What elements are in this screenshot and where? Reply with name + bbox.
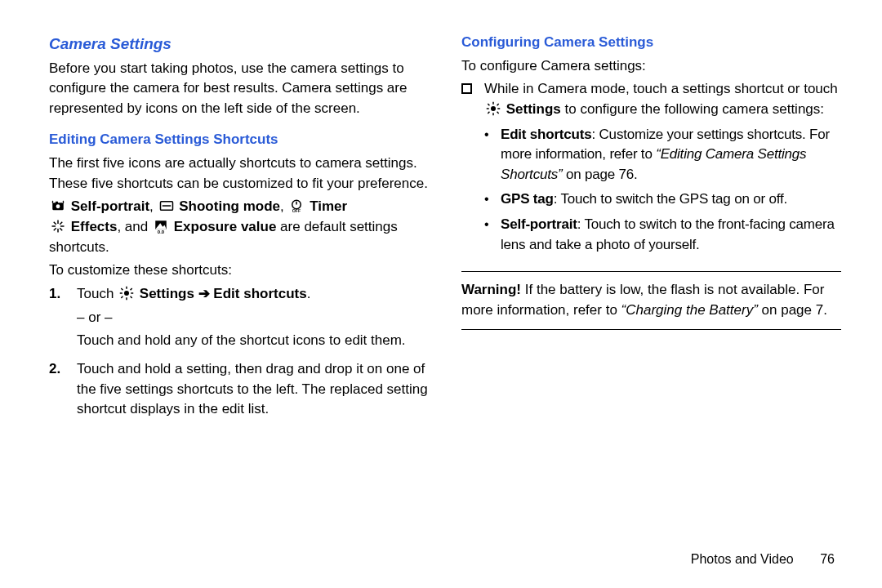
warning-text: on page 7. — [758, 302, 827, 318]
round-bullet-icon — [484, 215, 501, 255]
effects-label: Effects — [71, 219, 118, 234]
svg-rect-26 — [130, 287, 132, 290]
period: . — [307, 286, 311, 301]
item-label: Self-portrait — [501, 216, 577, 232]
right-column: Configuring Camera Settings To configure… — [461, 33, 841, 428]
round-bullet-icon — [484, 125, 501, 185]
svg-rect-36 — [488, 111, 490, 114]
svg-rect-20 — [126, 287, 127, 289]
svg-line-13 — [60, 228, 62, 230]
svg-rect-22 — [120, 292, 122, 294]
steps-list: 1. Touch Settings ➔ Edit shortcuts. – or… — [49, 284, 429, 420]
svg-rect-24 — [121, 287, 123, 290]
shooting-mode-label: Shooting mode — [179, 198, 280, 214]
list-body: While in Camera mode, touch a settings s… — [484, 79, 841, 260]
svg-text:0.0: 0.0 — [158, 229, 165, 234]
step-number: 2. — [49, 359, 77, 420]
intro-paragraph: Before you start taking photos, use the … — [49, 59, 429, 119]
list-body: GPS tag: Touch to switch the GPS tag on … — [501, 189, 787, 210]
svg-rect-31 — [487, 108, 489, 109]
manual-page: Camera Settings Before you start taking … — [0, 0, 882, 588]
settings-label: Settings — [506, 101, 561, 117]
list-item: Self-portrait: Touch to switch to the fr… — [484, 215, 841, 255]
bullet-text: While in Camera mode, touch a settings s… — [484, 81, 838, 96]
sep-text: , — [149, 198, 157, 214]
list-body: Self-portrait: Touch to switch to the fr… — [501, 215, 841, 255]
horizontal-rule — [461, 329, 841, 330]
list-item: GPS tag: Touch to switch the GPS tag on … — [484, 189, 841, 210]
svg-rect-30 — [492, 113, 494, 115]
square-bullet-list: While in Camera mode, touch a settings s… — [461, 79, 841, 260]
self-portrait-label: Self-portrait — [71, 198, 149, 214]
svg-rect-34 — [497, 111, 499, 114]
body-paragraph: To configure Camera settings: — [461, 56, 841, 77]
settings-label: Settings — [140, 286, 194, 301]
body-paragraph: To customize these shortcuts: — [49, 261, 429, 281]
footer-section: Photos and Video — [691, 552, 794, 566]
timer-label: Timer — [310, 198, 347, 214]
two-column-layout: Camera Settings Before you start taking … — [49, 33, 841, 428]
svg-point-28 — [491, 106, 496, 111]
sep-text: , — [280, 198, 287, 214]
svg-point-1 — [56, 205, 60, 209]
svg-rect-32 — [497, 108, 500, 109]
svg-rect-27 — [121, 296, 123, 298]
body-paragraph: The first five icons are actually shortc… — [49, 154, 429, 194]
svg-rect-33 — [488, 103, 490, 105]
shooting-mode-icon — [159, 198, 174, 213]
square-bullet-icon — [461, 79, 484, 260]
item-text: : Touch to switch the GPS tag on or off. — [554, 191, 787, 207]
svg-rect-29 — [492, 102, 494, 105]
or-separator: – or – — [77, 308, 429, 328]
left-column: Camera Settings Before you start taking … — [49, 33, 429, 428]
section-heading: Camera Settings — [49, 33, 429, 56]
default-shortcuts-line: Self-portrait, Shooting mode, OFF Timer … — [49, 197, 429, 257]
svg-rect-23 — [131, 292, 133, 294]
list-body: Edit shortcuts: Customize your settings … — [501, 125, 841, 185]
item-label: Edit shortcuts — [501, 127, 592, 142]
step-alt-text: Touch and hold any of the shortcut icons… — [77, 331, 429, 351]
horizontal-rule — [461, 271, 841, 272]
svg-point-19 — [124, 291, 129, 296]
svg-line-14 — [60, 222, 62, 225]
self-portrait-icon — [51, 198, 65, 213]
subsection-heading: Editing Camera Settings Shortcuts — [49, 130, 429, 150]
list-item: While in Camera mode, touch a settings s… — [461, 79, 841, 260]
step-body: Touch Settings ➔ Edit shortcuts. – or – … — [77, 284, 429, 351]
svg-rect-21 — [126, 297, 127, 300]
warning-paragraph: Warning! If the battery is low, the flas… — [461, 280, 841, 320]
page-footer: Photos and Video 76 — [691, 552, 835, 567]
step-text: Touch — [77, 286, 118, 301]
exposure-value-icon: 0.0 — [154, 219, 168, 234]
settings-gear-icon — [119, 286, 134, 301]
item-text: on page 76. — [562, 167, 637, 182]
settings-gear-icon — [486, 101, 501, 116]
item-label: GPS tag — [501, 191, 554, 207]
step-number: 1. — [49, 284, 77, 351]
step-item: 2. Touch and hold a setting, then drag a… — [49, 359, 429, 420]
step-item: 1. Touch Settings ➔ Edit shortcuts. – or… — [49, 284, 429, 351]
svg-line-12 — [54, 222, 56, 225]
svg-rect-35 — [497, 103, 499, 105]
warning-label: Warning! — [461, 282, 521, 297]
subsection-heading: Configuring Camera Settings — [461, 33, 841, 53]
svg-rect-25 — [130, 296, 132, 298]
svg-rect-2 — [56, 202, 58, 203]
footer-page-number: 76 — [820, 552, 835, 567]
exposure-value-label: Exposure value — [174, 219, 277, 234]
step-body: Touch and hold a setting, then drag and … — [77, 359, 429, 420]
svg-rect-4 — [162, 206, 171, 207]
effects-icon — [51, 219, 65, 234]
timer-icon: OFF — [289, 198, 304, 213]
cross-reference: “Charging the Battery” — [621, 302, 758, 318]
round-bullet-icon — [484, 189, 501, 210]
and-text: , and — [117, 219, 152, 234]
svg-text:OFF: OFF — [292, 209, 301, 214]
svg-line-15 — [54, 228, 56, 230]
bullet-text: to configure the following camera settin… — [561, 101, 824, 117]
round-bullet-list: Edit shortcuts: Customize your settings … — [484, 125, 841, 256]
edit-shortcuts-label: Edit shortcuts — [213, 286, 306, 301]
arrow-text: ➔ — [194, 286, 213, 301]
list-item: Edit shortcuts: Customize your settings … — [484, 125, 841, 185]
